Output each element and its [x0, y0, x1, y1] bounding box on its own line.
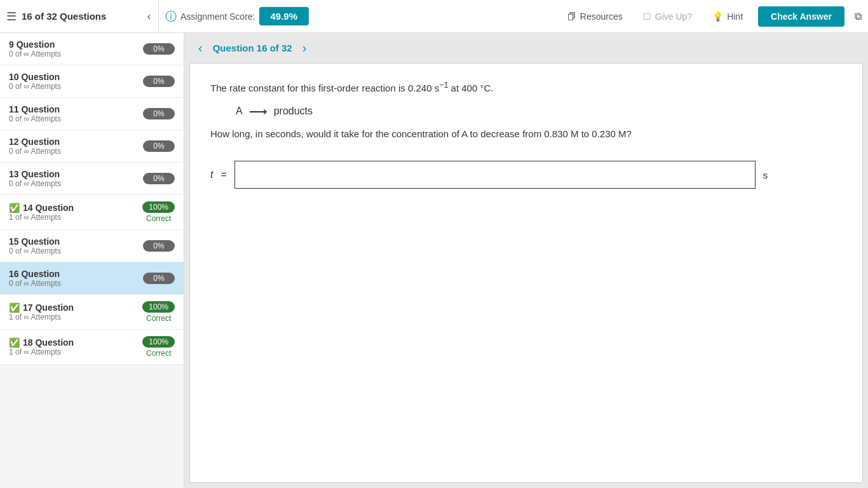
progress-badge-12: 0%: [143, 140, 175, 152]
sidebar-item-12[interactable]: 12 Question0 of ∞ Attempts0%: [0, 130, 184, 163]
header-actions: 🗍 Resources ☐ Give Up? 💡 Hint Check Answ…: [562, 6, 862, 27]
progress-badge-15: 0%: [143, 240, 175, 252]
reactant-label: A: [236, 105, 243, 117]
t-label: t: [210, 169, 213, 180]
question-nav-label: Question 16 of 32: [213, 43, 292, 53]
give-up-icon: ☐: [643, 11, 651, 22]
reaction-equation: A ⟶ products: [236, 104, 842, 119]
sidebar-item-attempts-13: 0 of ∞ Attempts: [9, 179, 137, 188]
assignment-score-label: Assignment Score:: [180, 11, 255, 22]
correct-label-17: Correct: [146, 314, 171, 323]
hint-label: Hint: [727, 11, 743, 22]
resources-label: Resources: [580, 11, 623, 22]
sidebar-item-name-14: ✅14 Question: [9, 203, 136, 213]
question-nav: ‹ Question 16 of 32 ›: [184, 33, 868, 63]
give-up-button[interactable]: ☐ Give Up?: [638, 9, 697, 24]
sidebar-item-name-13: 13 Question: [9, 169, 137, 179]
sidebar-item-13[interactable]: 13 Question0 of ∞ Attempts0%: [0, 163, 184, 195]
sidebar-item-name-18: ✅18 Question: [9, 337, 136, 348]
prev-question-button[interactable]: ‹: [194, 39, 207, 57]
sidebar-item-15[interactable]: 15 Question0 of ∞ Attempts0%: [0, 230, 184, 262]
sidebar-item-attempts-14: 1 of ∞ Attempts: [9, 213, 136, 222]
equals-sign: =: [220, 169, 226, 180]
sidebar-item-9[interactable]: 9 Question0 of ∞ Attempts0%: [0, 33, 184, 65]
sidebar-item-attempts-11: 0 of ∞ Attempts: [9, 114, 137, 123]
sidebar-item-11[interactable]: 11 Question0 of ∞ Attempts0%: [0, 98, 184, 130]
main-layout: 9 Question0 of ∞ Attempts0%10 Question0 …: [0, 33, 868, 488]
question-text-line2: How long, in seconds, would it take for …: [210, 126, 842, 142]
progress-badge-10: 0%: [143, 76, 175, 87]
expand-icon[interactable]: ⧉: [855, 11, 862, 22]
check-answer-button[interactable]: Check Answer: [758, 6, 844, 27]
sidebar-item-16[interactable]: 16 Question0 of ∞ Attempts0%: [0, 262, 184, 295]
sidebar-item-attempts-16: 0 of ∞ Attempts: [9, 279, 137, 288]
unit-label: s: [763, 170, 768, 180]
sidebar-item-attempts-15: 0 of ∞ Attempts: [9, 247, 137, 255]
content-area: ‹ Question 16 of 32 › The rate constant …: [184, 33, 868, 488]
header: ☰ 16 of 32 Questions ‹ ⓘ Assignment Scor…: [0, 0, 868, 33]
answer-input[interactable]: [234, 161, 756, 189]
progress-badge-16: 0%: [143, 273, 175, 284]
resources-icon: 🗍: [567, 11, 576, 22]
sidebar-item-10[interactable]: 10 Question0 of ∞ Attempts0%: [0, 65, 184, 98]
sidebar-item-attempts-9: 0 of ∞ Attempts: [9, 50, 137, 58]
sidebar-item-14[interactable]: ✅14 Question1 of ∞ Attempts100%Correct: [0, 195, 184, 230]
products-label: products: [274, 105, 313, 117]
check-icon-14: ✅: [9, 203, 20, 213]
sidebar-item-attempts-17: 1 of ∞ Attempts: [9, 313, 136, 322]
sidebar-item-name-15: 15 Question: [9, 236, 137, 247]
sidebar-item-name-11: 11 Question: [9, 104, 137, 114]
hint-icon: 💡: [712, 11, 723, 22]
info-icon: ⓘ: [165, 9, 177, 24]
check-icon-17: ✅: [9, 302, 20, 313]
header-center: ⓘ Assignment Score: 49.9%: [165, 7, 556, 25]
collapse-icon[interactable]: ‹: [147, 11, 151, 22]
progress-badge-17: 100%: [142, 301, 175, 313]
question-content: The rate constant for this first-order r…: [189, 63, 863, 483]
correct-label-18: Correct: [146, 349, 171, 358]
sidebar-item-name-17: ✅17 Question: [9, 302, 136, 313]
hamburger-icon: ☰: [6, 10, 17, 24]
progress-badge-18: 100%: [142, 336, 175, 348]
sidebar-item-18[interactable]: ✅18 Question1 of ∞ Attempts100%Correct: [0, 330, 184, 365]
give-up-label: Give Up?: [655, 11, 692, 22]
sidebar: 9 Question0 of ∞ Attempts0%10 Question0 …: [0, 33, 184, 488]
header-title: 16 of 32 Questions: [22, 11, 106, 22]
progress-badge-9: 0%: [143, 43, 175, 55]
progress-badge-11: 0%: [143, 108, 175, 119]
reaction-arrow: ⟶: [249, 104, 268, 119]
correct-label-14: Correct: [146, 214, 171, 223]
question-text-line1: The rate constant for this first-order r…: [210, 79, 842, 96]
progress-badge-13: 0%: [143, 173, 175, 184]
sidebar-item-name-10: 10 Question: [9, 72, 137, 82]
sidebar-item-name-12: 12 Question: [9, 137, 137, 147]
header-left: ☰ 16 of 32 Questions ‹: [6, 0, 159, 32]
next-question-button[interactable]: ›: [299, 39, 311, 57]
superscript: −1: [439, 81, 448, 90]
score-badge: 49.9%: [259, 7, 309, 25]
sidebar-item-name-16: 16 Question: [9, 269, 137, 279]
sidebar-item-name-9: 9 Question: [9, 39, 137, 50]
resources-button[interactable]: 🗍 Resources: [562, 9, 628, 24]
sidebar-item-17[interactable]: ✅17 Question1 of ∞ Attempts100%Correct: [0, 295, 184, 330]
check-icon-18: ✅: [9, 337, 20, 348]
sidebar-item-attempts-18: 1 of ∞ Attempts: [9, 348, 136, 356]
progress-badge-14: 100%: [142, 201, 175, 213]
hint-button[interactable]: 💡 Hint: [707, 9, 748, 24]
sidebar-item-attempts-10: 0 of ∞ Attempts: [9, 82, 137, 91]
answer-row: t = s: [210, 161, 842, 189]
sidebar-item-attempts-12: 0 of ∞ Attempts: [9, 147, 137, 156]
